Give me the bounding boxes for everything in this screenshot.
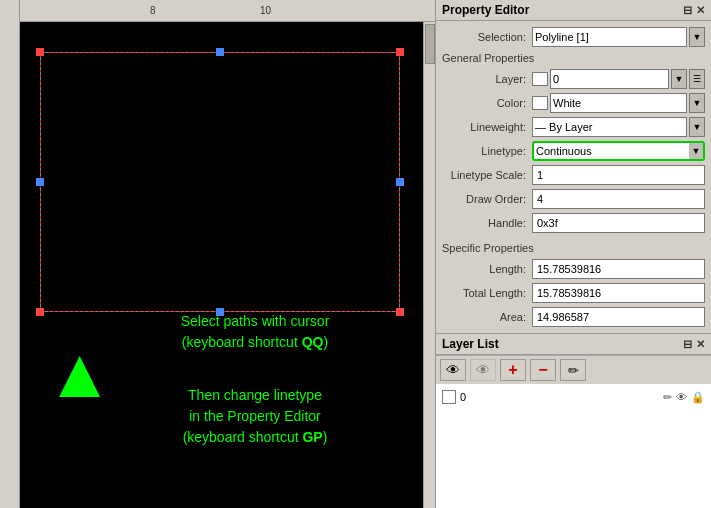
layer-btn-edit[interactable]: ✏ — [560, 359, 586, 381]
layer-item-name: 0 — [460, 391, 466, 403]
layer-pencil-icon[interactable]: ✏ — [663, 391, 672, 404]
layer-color-swatch — [442, 390, 456, 404]
handle-label: Handle: — [442, 217, 532, 229]
area-label: Area: — [442, 311, 532, 323]
property-editor-content: Selection: Polyline [1] ▼ General Proper… — [436, 21, 711, 333]
linetype-scale-label: Linetype Scale: — [442, 169, 532, 181]
scrollbar-vertical[interactable] — [423, 22, 435, 508]
property-editor-pin-icon[interactable]: ⊟ — [683, 4, 692, 17]
handle-blue-right[interactable] — [396, 178, 404, 186]
property-editor-close-icon[interactable]: ✕ — [696, 4, 705, 17]
layer-swatch — [532, 72, 548, 86]
total-length-row: Total Length: — [436, 281, 711, 305]
layer-toolbar: 👁 👁 + − ✏ — [436, 355, 711, 384]
layer-btn-eye-active[interactable]: 👁 — [440, 359, 466, 381]
length-row: Length: — [436, 257, 711, 281]
general-properties-title: General Properties — [436, 49, 711, 67]
handle-red-bl[interactable] — [36, 308, 44, 316]
layer-btn-eye-inactive[interactable]: 👁 — [470, 359, 496, 381]
instruction-text-1: Select paths with cursor (keyboard short… — [140, 311, 370, 353]
ruler-left — [0, 0, 20, 508]
specific-properties-title: Specific Properties — [436, 239, 711, 257]
linetype-row: Linetype: Continuous ▼ — [436, 139, 711, 163]
layer-label: Layer: — [442, 73, 532, 85]
lineweight-row: Lineweight: — By Layer ▼ — [436, 115, 711, 139]
layer-list-title: Layer List — [442, 337, 499, 351]
linetype-scale-row: Linetype Scale: — [436, 163, 711, 187]
lineweight-dropdown[interactable]: — By Layer — [532, 117, 687, 137]
layer-row: Layer: 0 ▼ ☰ — [436, 67, 711, 91]
ruler-mark-8: 8 — [150, 5, 156, 16]
color-dropdown[interactable]: White — [550, 93, 687, 113]
dashed-rect — [40, 52, 400, 312]
property-editor-header: Property Editor ⊟ ✕ — [436, 0, 711, 21]
lineweight-value-wrapper: — By Layer ▼ — [532, 117, 705, 137]
layer-list-close-icon[interactable]: ✕ — [696, 338, 705, 351]
linetype-scale-value-wrapper — [532, 165, 705, 185]
area-value-wrapper — [532, 307, 705, 327]
length-label: Length: — [442, 263, 532, 275]
layer-eye-icon[interactable]: 👁 — [676, 391, 687, 403]
layer-btn-add[interactable]: + — [500, 359, 526, 381]
draw-order-value-wrapper — [532, 189, 705, 209]
right-panel: Property Editor ⊟ ✕ Selection: Polyline … — [435, 0, 711, 508]
handle-blue-top[interactable] — [216, 48, 224, 56]
canvas-area: 8 10 ▲ Select paths with cursor (keyboar… — [0, 0, 435, 508]
handle-input[interactable] — [532, 213, 705, 233]
selection-value-wrapper: Polyline [1] ▼ — [532, 27, 705, 47]
ruler-top: 8 10 — [0, 0, 435, 22]
draw-order-input[interactable] — [532, 189, 705, 209]
selection-label: Selection: — [442, 31, 532, 43]
ruler-mark-10: 10 — [260, 5, 271, 16]
handle-red-tr[interactable] — [396, 48, 404, 56]
area-input[interactable] — [532, 307, 705, 327]
layer-lock-icon[interactable]: 🔒 — [691, 391, 705, 404]
handle-red-br[interactable] — [396, 308, 404, 316]
draw-order-label: Draw Order: — [442, 193, 532, 205]
layer-dropdown-btn[interactable]: ▼ — [671, 69, 687, 89]
handle-red-tl[interactable] — [36, 48, 44, 56]
total-length-input[interactable] — [532, 283, 705, 303]
layer-item-icons: ✏ 👁 🔒 — [663, 391, 705, 404]
property-editor-title: Property Editor — [442, 3, 529, 17]
linetype-scale-input[interactable] — [532, 165, 705, 185]
layer-list-pin-icon[interactable]: ⊟ — [683, 338, 692, 351]
canvas-content: ▲ Select paths with cursor (keyboard sho… — [20, 22, 423, 508]
handle-value-wrapper — [532, 213, 705, 233]
linetype-dropdown[interactable]: Continuous — [532, 141, 689, 161]
layer-extra-btn[interactable]: ☰ — [689, 69, 705, 89]
color-label: Color: — [442, 97, 532, 109]
color-dropdown-btn[interactable]: ▼ — [689, 93, 705, 113]
layer-btn-remove[interactable]: − — [530, 359, 556, 381]
total-length-label: Total Length: — [442, 287, 532, 299]
selection-dropdown[interactable]: Polyline [1] — [532, 27, 687, 47]
lineweight-dropdown-btn[interactable]: ▼ — [689, 117, 705, 137]
selection-row: Selection: Polyline [1] ▼ — [436, 25, 711, 49]
color-row: Color: White ▼ — [436, 91, 711, 115]
total-length-value-wrapper — [532, 283, 705, 303]
layer-dropdown[interactable]: 0 — [550, 69, 669, 89]
length-input[interactable] — [532, 259, 705, 279]
handle-row: Handle: — [436, 211, 711, 235]
color-swatch — [532, 96, 548, 110]
green-arrow: ▲ — [45, 338, 114, 408]
selection-dropdown-btn[interactable]: ▼ — [689, 27, 705, 47]
layer-list: Layer List ⊟ ✕ 👁 👁 + − ✏ 0 ✏ 👁 🔒 — [436, 334, 711, 508]
length-value-wrapper — [532, 259, 705, 279]
handle-blue-left[interactable] — [36, 178, 44, 186]
scrollbar-thumb[interactable] — [425, 24, 435, 64]
instruction-text-2: Then change linetype in the Property Edi… — [140, 385, 370, 448]
lineweight-label: Lineweight: — [442, 121, 532, 133]
layer-value-wrapper: 0 ▼ ☰ — [532, 69, 705, 89]
linetype-label: Linetype: — [442, 145, 532, 157]
linetype-value-wrapper: Continuous ▼ — [532, 141, 705, 161]
layer-list-header: Layer List ⊟ ✕ — [436, 334, 711, 355]
linetype-dropdown-btn[interactable]: ▼ — [689, 141, 705, 161]
draw-order-row: Draw Order: — [436, 187, 711, 211]
layer-item[interactable]: 0 ✏ 👁 🔒 — [438, 386, 709, 408]
layer-content: 0 ✏ 👁 🔒 — [436, 384, 711, 508]
area-row: Area: — [436, 305, 711, 329]
linetype-select-wrapper: Continuous ▼ — [532, 141, 705, 161]
color-value-wrapper: White ▼ — [532, 93, 705, 113]
